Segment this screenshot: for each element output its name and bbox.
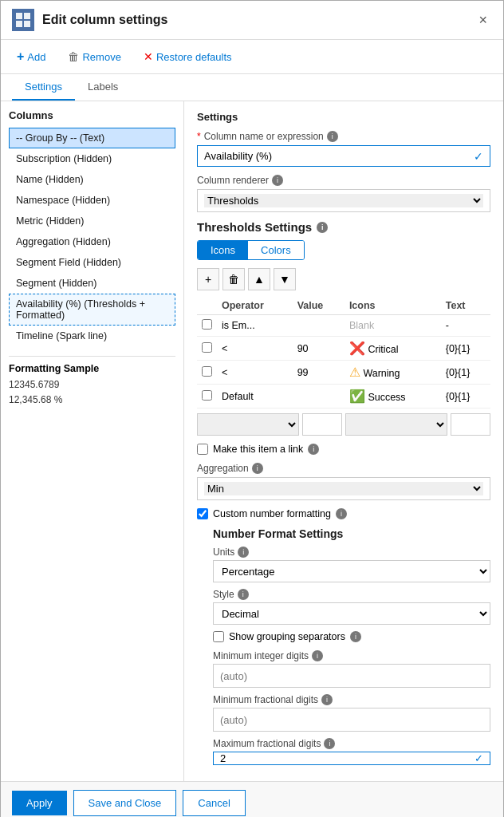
- row3-checkbox[interactable]: [202, 390, 212, 401]
- title-bar: Edit column settings ×: [1, 1, 503, 40]
- row0-text: -: [441, 315, 490, 337]
- sample-value-1: 12345.6789: [9, 377, 175, 393]
- add-icon: +: [17, 49, 24, 64]
- row1-text: {0}{1}: [441, 337, 490, 361]
- remove-button[interactable]: 🗑 Remove: [63, 47, 125, 66]
- toggle-icons-button[interactable]: Icons: [198, 241, 248, 259]
- row2-checkbox[interactable]: [202, 366, 212, 377]
- grouping-row: Show grouping separators i: [213, 631, 490, 642]
- success-icon: ✅: [349, 389, 365, 403]
- style-select[interactable]: Decimal: [213, 602, 490, 625]
- col-value: Value: [293, 297, 345, 315]
- column-renderer-select[interactable]: Thresholds: [204, 194, 483, 207]
- min-integer-info-icon[interactable]: i: [312, 650, 323, 661]
- units-select[interactable]: Percentage: [213, 560, 490, 582]
- style-section: Style i Decimal: [213, 589, 490, 625]
- max-fractional-info-icon[interactable]: i: [324, 738, 335, 749]
- make-link-checkbox[interactable]: [197, 444, 208, 455]
- row2-icon: ⚠ Warning: [345, 361, 441, 385]
- row0-icon: Blank: [345, 315, 441, 337]
- columns-title: Columns: [9, 109, 175, 121]
- svg-rect-0: [16, 13, 22, 19]
- right-panel-wrap: Settings * Column name or expression i ✓…: [184, 101, 503, 781]
- column-item-9[interactable]: Timeline (Spark line): [9, 326, 175, 346]
- row-select-2[interactable]: [345, 413, 447, 436]
- column-renderer-select-wrap[interactable]: Thresholds: [197, 189, 490, 212]
- max-fractional-check-icon: ✓: [468, 752, 490, 764]
- row2-operator: <: [217, 361, 293, 385]
- restore-defaults-button[interactable]: ✕ Restore defaults: [139, 47, 237, 66]
- close-button[interactable]: ×: [474, 10, 492, 30]
- row1-checkbox[interactable]: [202, 342, 212, 353]
- edit-column-settings-dialog: Edit column settings × + Add 🗑 Remove ✕ …: [0, 0, 504, 817]
- remove-label: Remove: [82, 51, 120, 63]
- left-panel: Columns -- Group By -- (Text) Subscripti…: [1, 101, 184, 781]
- row-controls: [197, 413, 490, 436]
- column-item-4[interactable]: Metric (Hidden): [9, 211, 175, 231]
- column-item-1[interactable]: Subscription (Hidden): [9, 148, 175, 169]
- custom-formatting-info-icon[interactable]: i: [336, 508, 347, 519]
- column-name-info-icon[interactable]: i: [327, 131, 338, 142]
- toggle-colors-button[interactable]: Colors: [248, 241, 304, 259]
- custom-formatting-label: Custom number formatting: [213, 508, 331, 519]
- grouping-checkbox[interactable]: [213, 631, 224, 642]
- svg-rect-3: [24, 21, 30, 27]
- aggregation-info-icon[interactable]: i: [252, 463, 263, 474]
- column-item-8[interactable]: Availability (%) (Thresholds + Formatted…: [9, 294, 175, 326]
- grouping-info-icon[interactable]: i: [350, 631, 361, 642]
- row-value-input[interactable]: [302, 413, 342, 436]
- min-fractional-input[interactable]: [213, 708, 490, 732]
- column-item-3[interactable]: Namespace (Hidden): [9, 190, 175, 211]
- tab-labels[interactable]: Labels: [75, 74, 131, 101]
- column-renderer-info-icon[interactable]: i: [272, 175, 283, 186]
- column-item-5[interactable]: Aggregation (Hidden): [9, 231, 175, 252]
- thresholds-settings-header: Thresholds Settings i: [197, 220, 490, 234]
- style-info-icon[interactable]: i: [238, 589, 249, 600]
- column-item-7[interactable]: Segment (Hidden): [9, 273, 175, 294]
- column-name-input[interactable]: [198, 146, 467, 166]
- table-row: < 99 ⚠ Warning {0}{1}: [197, 361, 490, 385]
- cancel-button[interactable]: Cancel: [183, 790, 245, 816]
- min-fractional-info-icon[interactable]: i: [321, 694, 333, 705]
- sample-value-2: 12,345.68 %: [9, 393, 175, 408]
- row0-operator: is Em...: [217, 315, 293, 337]
- min-fractional-label: Minimum fractional digits i: [213, 694, 490, 705]
- custom-formatting-checkbox[interactable]: [197, 508, 208, 519]
- make-link-label: Make this item a link: [213, 444, 303, 455]
- column-name-check-icon: ✓: [467, 150, 490, 163]
- row0-checkbox[interactable]: [202, 319, 212, 330]
- add-row-button[interactable]: +: [197, 268, 219, 290]
- save-close-button[interactable]: Save and Close: [73, 790, 177, 816]
- min-integer-label: Minimum integer digits i: [213, 650, 490, 661]
- max-fractional-input[interactable]: [214, 752, 468, 764]
- aggregation-select-wrap[interactable]: Min: [197, 477, 490, 500]
- col-icons: Icons: [345, 297, 441, 315]
- add-button[interactable]: + Add: [12, 46, 50, 67]
- row2-value: 99: [293, 361, 345, 385]
- make-link-row: Make this item a link i: [197, 444, 490, 455]
- delete-row-button[interactable]: 🗑: [222, 268, 245, 290]
- column-item-6[interactable]: Segment Field (Hidden): [9, 252, 175, 273]
- critical-icon: ❌: [349, 341, 365, 355]
- thresholds-info-icon[interactable]: i: [317, 222, 328, 233]
- footer: Apply Save and Close Cancel: [1, 781, 503, 817]
- apply-button[interactable]: Apply: [12, 791, 67, 815]
- move-down-button[interactable]: ▼: [274, 268, 296, 290]
- move-up-button[interactable]: ▲: [248, 268, 270, 290]
- row-select-1[interactable]: [197, 413, 299, 436]
- column-item-0[interactable]: -- Group By -- (Text): [9, 128, 175, 148]
- grouping-label: Show grouping separators: [229, 631, 345, 642]
- restore-label: Restore defaults: [156, 51, 232, 63]
- column-item-2[interactable]: Name (Hidden): [9, 169, 175, 190]
- row3-text: {0}{1}: [441, 385, 490, 408]
- min-integer-section: Minimum integer digits i: [213, 650, 490, 688]
- aggregation-select[interactable]: Min: [204, 482, 483, 495]
- min-integer-input[interactable]: [213, 664, 490, 688]
- units-info-icon[interactable]: i: [238, 547, 249, 558]
- aggregation-label: Aggregation i: [197, 463, 490, 474]
- tab-settings[interactable]: Settings: [12, 74, 75, 101]
- row3-icon: ✅ Success: [345, 385, 441, 408]
- row-text-input[interactable]: [451, 413, 490, 436]
- make-link-info-icon[interactable]: i: [308, 444, 319, 455]
- table-row: < 90 ❌ Critical {0}{1}: [197, 337, 490, 361]
